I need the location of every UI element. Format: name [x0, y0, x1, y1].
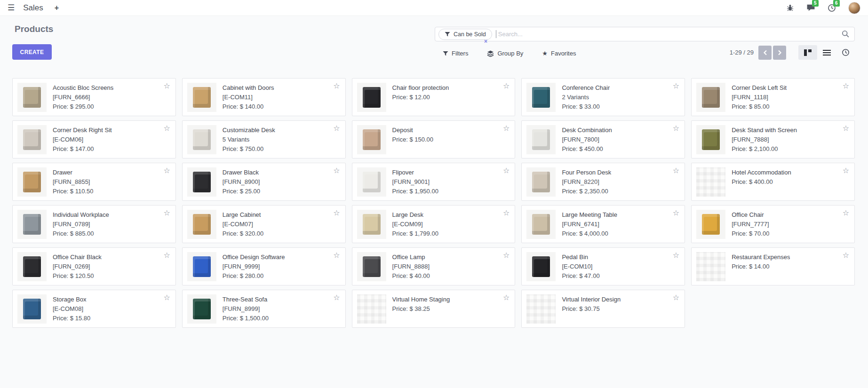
product-card[interactable]: Office Chair Black [FURN_0269] Price: $ … — [12, 247, 176, 285]
product-name: Large Cabinet — [223, 210, 263, 220]
favorite-star-icon[interactable]: ☆ — [843, 125, 849, 132]
favorite-star-icon[interactable]: ☆ — [503, 125, 510, 132]
product-card[interactable]: Large Desk [E-COM09] Price: $ 1,799.00 ☆ — [352, 205, 516, 243]
product-image-shape — [363, 172, 381, 192]
product-card[interactable]: Chair floor protection Price: $ 12.00 ☆ — [352, 78, 516, 116]
layers-icon — [487, 50, 494, 57]
user-avatar[interactable] — [848, 2, 860, 14]
messages-button[interactable]: 5 — [806, 4, 815, 12]
product-card[interactable]: Corner Desk Right Sit [E-COM06] Price: $… — [12, 120, 176, 158]
product-card[interactable]: Office Lamp [FURN_8888] Price: $ 40.00 ☆ — [352, 247, 516, 285]
activities-button[interactable]: 6 — [828, 4, 836, 12]
favorite-star-icon[interactable]: ☆ — [333, 167, 340, 174]
product-card[interactable]: Corner Desk Left Sit [FURN_1118] Price: … — [691, 78, 855, 116]
favorite-star-icon[interactable]: ☆ — [673, 125, 679, 132]
filters-menu[interactable]: Filters — [443, 50, 468, 57]
product-price: Price: $ 295.00 — [53, 102, 113, 111]
product-reference: [FURN_0789] — [53, 220, 109, 229]
create-button[interactable]: CREATE — [12, 44, 52, 60]
product-card[interactable]: Storage Box [E-COM08] Price: $ 15.80 ☆ — [12, 290, 176, 328]
text-cursor — [496, 30, 496, 38]
favorite-star-icon[interactable]: ☆ — [333, 294, 340, 301]
product-card[interactable]: Desk Combination [FURN_7800] Price: $ 45… — [521, 120, 685, 158]
apps-menu-icon[interactable]: ☰ — [8, 3, 15, 13]
product-card[interactable]: Pedal Bin [E-COM10] Price: $ 47.00 ☆ — [521, 247, 685, 285]
kanban-view-button[interactable] — [798, 45, 817, 60]
favorite-star-icon[interactable]: ☆ — [673, 82, 679, 90]
pager-previous-button[interactable] — [758, 46, 772, 60]
product-card[interactable]: Virtual Home Staging Price: $ 38.25 ☆ — [352, 290, 516, 328]
product-price: Price: $ 450.00 — [562, 144, 612, 154]
favorite-star-icon[interactable]: ☆ — [333, 82, 340, 90]
favorite-star-icon[interactable]: ☆ — [843, 82, 849, 90]
product-name: Office Chair Black — [53, 253, 102, 262]
new-tab-plus-icon[interactable]: + — [55, 4, 59, 12]
facet-remove-icon[interactable]: × — [484, 39, 487, 44]
search-bar[interactable]: Can be Sold × — [435, 27, 855, 41]
product-card[interactable]: Deposit Price: $ 150.00 ☆ — [352, 120, 516, 158]
product-card[interactable]: Individual Workplace [FURN_0789] Price: … — [12, 205, 176, 243]
activity-clock-icon — [842, 48, 850, 56]
favorite-star-icon[interactable]: ☆ — [163, 125, 170, 132]
product-card[interactable]: Drawer [FURN_8855] Price: $ 110.50 ☆ — [12, 163, 176, 201]
favorites-menu[interactable]: ★ Favorites — [542, 50, 576, 57]
app-name[interactable]: Sales — [23, 3, 43, 13]
favorite-star-icon[interactable]: ☆ — [503, 167, 510, 174]
page-title: Products — [15, 24, 53, 34]
favorite-star-icon[interactable]: ☆ — [163, 209, 170, 217]
search-icon[interactable] — [842, 30, 850, 38]
favorite-star-icon[interactable]: ☆ — [163, 294, 170, 301]
product-card[interactable]: Desk Stand with Screen [FURN_7888] Price… — [691, 120, 855, 158]
product-card[interactable]: Restaurant Expenses Price: $ 14.00 ☆ — [691, 247, 855, 285]
product-name: Cabinet with Doors — [223, 83, 274, 93]
product-price: Price: $ 33.00 — [562, 102, 610, 111]
favorite-star-icon[interactable]: ☆ — [673, 167, 679, 174]
favorite-star-icon[interactable]: ☆ — [503, 252, 510, 259]
search-input[interactable] — [498, 31, 842, 38]
product-image-shape — [193, 299, 211, 319]
group-by-menu[interactable]: Group By — [487, 50, 523, 57]
product-name: Three-Seat Sofa — [223, 295, 269, 304]
product-card[interactable]: Three-Seat Sofa [FURN_8999] Price: $ 1,5… — [182, 290, 346, 328]
favorite-star-icon[interactable]: ☆ — [673, 252, 679, 259]
favorite-star-icon[interactable]: ☆ — [503, 294, 510, 301]
product-name: Deposit — [392, 126, 433, 135]
product-image — [187, 167, 216, 197]
product-image — [17, 125, 47, 154]
product-image-shape — [363, 129, 381, 150]
product-card[interactable]: Large Cabinet [E-COM07] Price: $ 320.00 … — [182, 205, 346, 243]
favorite-star-icon[interactable]: ☆ — [163, 82, 170, 90]
product-card[interactable]: Office Chair [FURN_7777] Price: $ 70.00 … — [691, 205, 855, 243]
product-image-shape — [532, 256, 550, 277]
product-image-shape — [23, 299, 41, 319]
product-card[interactable]: Acoustic Bloc Screens [FURN_6666] Price:… — [12, 78, 176, 116]
product-card[interactable]: Virtual Interior Design Price: $ 30.75 ☆ — [521, 290, 685, 328]
product-card[interactable]: Drawer Black [FURN_8900] Price: $ 25.00 … — [182, 163, 346, 201]
list-view-button[interactable] — [817, 45, 836, 60]
favorite-star-icon[interactable]: ☆ — [843, 252, 849, 259]
favorite-star-icon[interactable]: ☆ — [503, 82, 510, 90]
favorite-star-icon[interactable]: ☆ — [333, 125, 340, 132]
product-card[interactable]: Conference Chair 2 Variants Price: $ 33.… — [521, 78, 685, 116]
product-image-shape — [193, 87, 211, 108]
favorite-star-icon[interactable]: ☆ — [843, 167, 849, 174]
favorite-star-icon[interactable]: ☆ — [333, 209, 340, 217]
favorite-star-icon[interactable]: ☆ — [673, 294, 679, 301]
product-card[interactable]: Four Person Desk [FURN_8220] Price: $ 2,… — [521, 163, 685, 201]
debug-bug-icon[interactable] — [786, 4, 794, 12]
product-card[interactable]: Customizable Desk 5 Variants Price: $ 75… — [182, 120, 346, 158]
product-price: Price: $ 12.00 — [392, 93, 449, 102]
favorite-star-icon[interactable]: ☆ — [503, 209, 510, 217]
product-card[interactable]: Cabinet with Doors [E-COM11] Price: $ 14… — [182, 78, 346, 116]
product-card[interactable]: Flipover [FURN_9001] Price: $ 1,950.00 ☆ — [352, 163, 516, 201]
product-card[interactable]: Large Meeting Table [FURN_6741] Price: $… — [521, 205, 685, 243]
favorite-star-icon[interactable]: ☆ — [333, 252, 340, 259]
favorite-star-icon[interactable]: ☆ — [163, 167, 170, 174]
pager-next-button[interactable] — [773, 46, 786, 60]
product-card[interactable]: Office Design Software [FURN_9999] Price… — [182, 247, 346, 285]
activity-view-button[interactable] — [836, 45, 855, 60]
favorite-star-icon[interactable]: ☆ — [163, 252, 170, 259]
favorite-star-icon[interactable]: ☆ — [673, 209, 679, 217]
product-card[interactable]: Hotel Accommodation Price: $ 400.00 ☆ — [691, 163, 855, 201]
favorite-star-icon[interactable]: ☆ — [843, 209, 849, 217]
